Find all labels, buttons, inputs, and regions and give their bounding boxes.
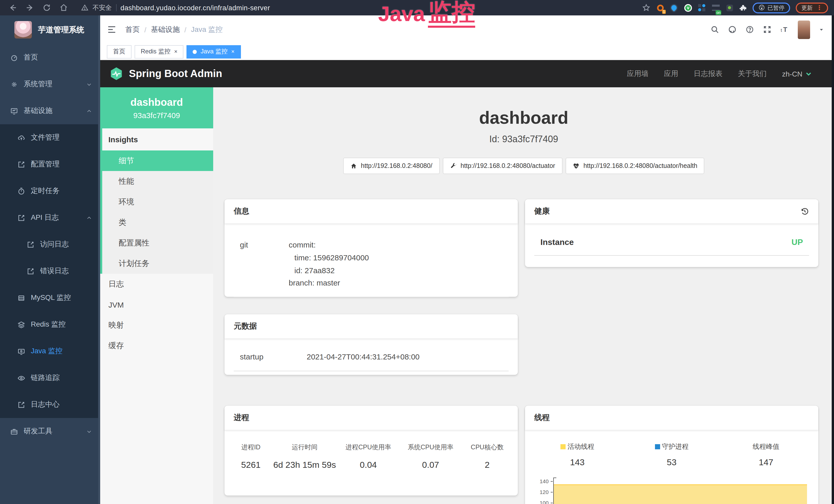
avatar[interactable] <box>798 20 810 39</box>
extension-grid-icon[interactable] <box>698 4 706 12</box>
sba-item-metrics[interactable]: 性能 <box>102 171 213 191</box>
sba-item-details[interactable]: 细节 <box>102 151 213 171</box>
sidebar-item-label: 访问日志 <box>40 240 92 249</box>
sidebar-item-redis[interactable]: Redis 监控 <box>0 311 100 338</box>
breadcrumb-separator: / <box>184 25 186 33</box>
sba-item-configprops[interactable]: 配置属性 <box>102 233 213 253</box>
sidebar-item-api-log[interactable]: API 日志 <box>0 204 100 231</box>
sidebar-item-job[interactable]: 定时任务 <box>0 178 100 204</box>
reload-icon[interactable] <box>43 4 51 12</box>
tab-java[interactable]: Java 监控 × <box>187 45 241 58</box>
sba-item-environment[interactable]: 环境 <box>102 191 213 212</box>
sidebar-item-java[interactable]: Java 监控 <box>0 338 100 365</box>
sba-brand[interactable]: Spring Boot Admin <box>129 68 222 79</box>
sba-item-caches[interactable]: 缓存 <box>100 335 213 356</box>
header-actions: tT <box>710 20 824 39</box>
locale-selector[interactable]: zh-CN <box>782 70 812 78</box>
legend-swatch-blue <box>655 444 660 449</box>
security-label[interactable]: 不安全 <box>92 3 112 12</box>
bookmark-star-icon[interactable] <box>642 4 651 12</box>
legend-label: 守护进程 <box>662 442 688 451</box>
metadata-key: startup <box>240 351 307 364</box>
app-logo-row[interactable]: 芋道管理系统 <box>0 16 100 44</box>
paused-badge[interactable]: 😲 已暂停 <box>753 2 790 13</box>
info-row: git commit: time: 1596289704000 id: 27aa… <box>234 239 509 297</box>
y-tick-label: 120 <box>532 489 549 495</box>
forward-icon[interactable] <box>26 4 34 12</box>
threads-chart: 140 120 100 <box>530 476 813 504</box>
sidebar-item-trace[interactable]: 链路追踪 <box>0 365 100 391</box>
process-col-header: 系统CPU使用率 <box>399 443 462 452</box>
fullscreen-icon[interactable] <box>763 25 772 34</box>
breadcrumb-separator: / <box>144 25 147 33</box>
sba-item-jvm[interactable]: JVM <box>100 294 213 315</box>
tabbar: 首页 Redis 监控 × Java 监控 × <box>100 44 834 60</box>
close-icon[interactable]: × <box>174 49 177 54</box>
extension-list-icon[interactable]: on <box>712 4 720 12</box>
chevron-up-icon <box>86 215 92 221</box>
extension-magnifier-icon[interactable] <box>726 4 734 12</box>
search-icon[interactable] <box>710 25 719 34</box>
address-bar[interactable]: 不安全 dashboard.yudao.iocoder.cn/infra/adm… <box>81 3 270 12</box>
breadcrumb-home[interactable]: 首页 <box>125 25 140 34</box>
home-nav-icon[interactable] <box>60 4 68 12</box>
sidebar-item-dev-tools[interactable]: 研发工具 <box>0 418 100 445</box>
sba-item-scheduled-tasks[interactable]: 计划任务 <box>102 253 213 274</box>
breadcrumb-infra[interactable]: 基础设施 <box>151 25 180 34</box>
help-icon[interactable] <box>745 25 754 34</box>
sba-nav: 应用墙 应用 日志报表 关于我们 zh-CN <box>627 69 812 78</box>
extension-pin-icon[interactable] <box>670 4 678 12</box>
sba-nav-applications[interactable]: 应用 <box>664 69 678 78</box>
health-card-body: Instance UP <box>525 223 818 256</box>
hamburger-icon[interactable] <box>107 26 116 33</box>
extensions-puzzle-icon[interactable] <box>740 4 747 12</box>
svg-text:t: t <box>781 27 782 33</box>
sidebar-item-mysql[interactable]: MySQL 监控 <box>0 284 100 311</box>
briefcase-icon <box>10 428 18 435</box>
github-icon[interactable] <box>728 25 737 34</box>
edit-icon <box>27 240 35 248</box>
y-tick-label: 140 <box>532 478 549 484</box>
update-button[interactable]: 更新 ⋮ <box>796 2 828 13</box>
process-col-value: 5261 <box>229 460 272 471</box>
sba-nav-about[interactable]: 关于我们 <box>738 69 767 78</box>
sba-item-classes[interactable]: 类 <box>102 212 213 233</box>
sidebar-item-config[interactable]: 配置管理 <box>0 151 100 178</box>
font-size-icon[interactable]: tT <box>780 25 789 34</box>
sba-item-logs[interactable]: 日志 <box>100 274 213 294</box>
sidebar-item-file[interactable]: 文件管理 <box>0 124 100 151</box>
sidebar-scrollbar[interactable] <box>98 16 100 504</box>
history-icon[interactable] <box>800 207 809 216</box>
git-commit-line: commit: <box>289 239 502 252</box>
sidebar-item-access-log[interactable]: 访问日志 <box>0 231 100 258</box>
extension-count-badge: 1 <box>662 10 666 14</box>
sba-nav-wallboard[interactable]: 应用墙 <box>627 69 649 78</box>
tab-home[interactable]: 首页 <box>107 45 132 58</box>
sidebar-item-label: 基础设施 <box>24 106 86 116</box>
java-monitor-annotation: Java 监控 <box>378 0 475 28</box>
extension-orange-icon[interactable]: 1 <box>656 4 664 12</box>
url-text[interactable]: dashboard.yudao.iocoder.cn/infra/admin-s… <box>120 4 270 12</box>
extension-green-check-icon[interactable]: v <box>684 4 692 12</box>
kebab-menu-icon[interactable]: ⋮ <box>816 4 822 11</box>
sba-nav-journal[interactable]: 日志报表 <box>694 69 723 78</box>
git-time-line: time: 1596289704000 <box>289 252 502 265</box>
status-badge: UP <box>792 238 803 247</box>
app-sidebar: 芋道管理系统 首页 系统管理 基础设施 文件管理 配置管理 <box>0 16 100 504</box>
sidebar-item-infra[interactable]: 基础设施 <box>0 97 100 124</box>
git-id-line: id: 27aa832 <box>289 264 502 277</box>
back-icon[interactable] <box>9 4 17 12</box>
process-col-header: 运行时间 <box>272 443 337 452</box>
chevron-down-icon[interactable] <box>819 27 824 32</box>
sidebar-item-log-center[interactable]: 日志中心 <box>0 391 100 418</box>
metadata-card-header: 元数据 <box>224 314 518 338</box>
sba-item-mappings[interactable]: 映射 <box>100 315 213 335</box>
sidebar-item-home[interactable]: 首页 <box>0 44 100 71</box>
card-title: 信息 <box>234 206 249 216</box>
close-icon[interactable]: × <box>231 49 235 54</box>
instance-id: 93a3fc7f7409 <box>100 111 213 119</box>
sidebar-item-system[interactable]: 系统管理 <box>0 71 100 97</box>
instance-header[interactable]: dashboard 93a3fc7f7409 <box>100 87 213 129</box>
sidebar-item-error-log[interactable]: 错误日志 <box>0 258 100 284</box>
tab-redis[interactable]: Redis 监控 × <box>135 45 184 58</box>
